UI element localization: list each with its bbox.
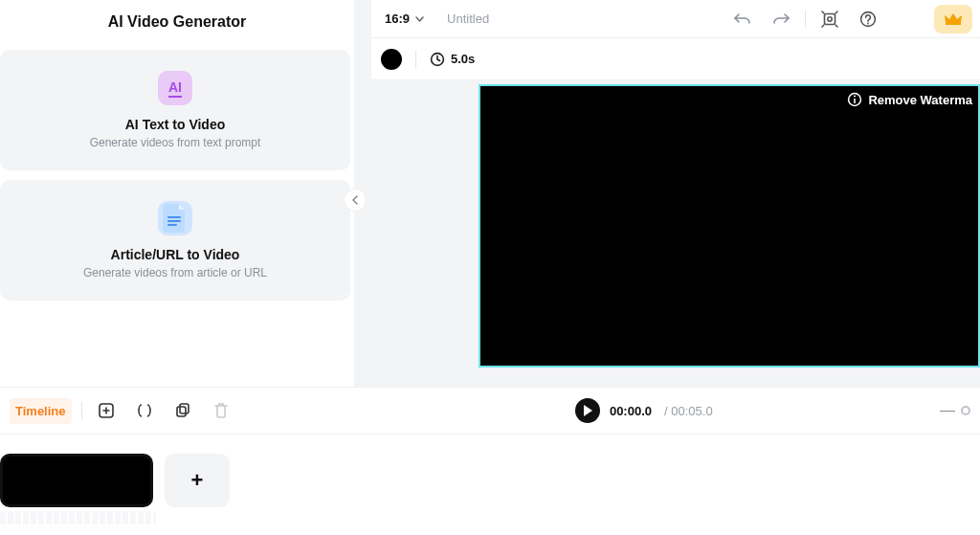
color-swatch[interactable]: [381, 49, 402, 70]
card-title: Article/URL to Video: [111, 247, 240, 262]
info-icon: [847, 92, 862, 107]
premium-button[interactable]: [934, 5, 972, 33]
separator: [805, 11, 806, 28]
copy-icon: [174, 402, 191, 419]
document-icon: [158, 201, 192, 235]
audio-track-strip[interactable]: [0, 511, 156, 524]
playbar: Timeline 00:00.0 / 00:05.0 —: [0, 387, 980, 435]
crop-icon: [821, 11, 838, 28]
card-ai-text-to-video[interactable]: AI AI Text to Video Generate videos from…: [0, 50, 350, 170]
svg-rect-3: [824, 13, 835, 24]
watermark-label: Remove Waterma: [868, 93, 972, 107]
zoom-controls[interactable]: —: [940, 402, 970, 419]
undo-icon: [734, 12, 751, 26]
svg-rect-7: [946, 23, 961, 25]
separator: [415, 51, 416, 68]
time-current: 00:00.0: [610, 404, 652, 418]
svg-rect-14: [180, 404, 189, 413]
chevron-down-icon: [415, 13, 424, 24]
svg-point-4: [827, 16, 831, 20]
play-button[interactable]: [575, 398, 600, 423]
canvas-wrap: Remove Waterma: [371, 80, 980, 387]
split-icon: [136, 402, 153, 419]
undo-button[interactable]: [728, 5, 757, 33]
plus-square-icon: [98, 402, 115, 419]
separator: [81, 402, 82, 419]
card-title: AI Text to Video: [125, 117, 226, 132]
clock-icon: [430, 52, 445, 67]
card-article-url-to-video[interactable]: Article/URL to Video Generate videos fro…: [0, 180, 350, 301]
top-toolbar: 16:9 Untitled: [371, 0, 980, 38]
zoom-slider-handle[interactable]: [961, 406, 970, 415]
aspect-ratio-value: 16:9: [385, 11, 410, 26]
trash-icon: [213, 402, 229, 419]
preview-area: 16:9 Untitled: [371, 0, 980, 387]
sidebar: AI Video Generator AI AI Text to Video G…: [0, 0, 354, 387]
card-subtitle: Generate videos from text prompt: [90, 136, 261, 149]
sidebar-divider: [354, 0, 371, 387]
delete-button[interactable]: [207, 396, 235, 425]
zoom-out-button[interactable]: —: [940, 402, 955, 419]
project-title[interactable]: Untitled: [447, 11, 489, 26]
copy-button[interactable]: [168, 396, 197, 425]
redo-icon: [772, 12, 790, 26]
clip-bar: 5.0s: [371, 38, 980, 80]
redo-button[interactable]: [767, 5, 795, 33]
aspect-ratio-selector[interactable]: 16:9: [379, 8, 430, 30]
crown-icon: [944, 11, 963, 27]
chevron-left-icon: [351, 195, 359, 205]
timeline-tab[interactable]: Timeline: [10, 398, 72, 424]
help-button[interactable]: [854, 5, 882, 33]
remove-watermark-button[interactable]: Remove Waterma: [847, 92, 972, 107]
duration-label: 5.0s: [451, 52, 475, 66]
svg-rect-13: [177, 407, 186, 416]
clip-duration[interactable]: 5.0s: [430, 52, 475, 67]
clip-thumbnail[interactable]: [0, 454, 153, 507]
timeline-track: +: [0, 435, 980, 507]
card-subtitle: Generate videos from article or URL: [83, 266, 267, 279]
plus-icon: +: [191, 468, 204, 493]
add-clip-button[interactable]: +: [165, 454, 230, 507]
time-total: / 00:05.0: [664, 404, 713, 418]
collapse-sidebar-button[interactable]: [345, 189, 366, 211]
help-icon: [859, 11, 877, 28]
video-canvas[interactable]: Remove Waterma: [479, 84, 980, 368]
add-button[interactable]: [92, 396, 121, 425]
play-icon: [584, 405, 592, 416]
crop-button[interactable]: [815, 5, 844, 33]
sidebar-title: AI Video Generator: [0, 13, 354, 31]
ai-icon: AI: [158, 71, 192, 105]
svg-rect-10: [855, 99, 857, 103]
svg-point-6: [867, 22, 869, 24]
split-button[interactable]: [130, 396, 159, 425]
svg-point-11: [854, 96, 856, 98]
